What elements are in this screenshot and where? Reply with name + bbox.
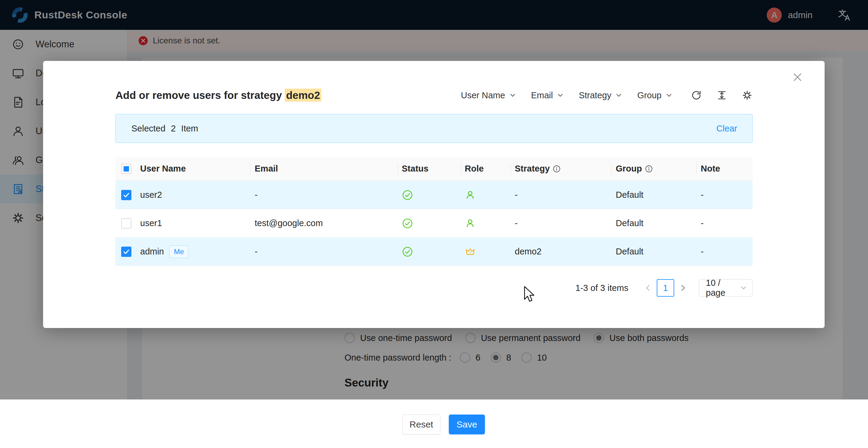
- page-size-select[interactable]: 10 / page: [699, 279, 752, 297]
- filter-label: Strategy: [579, 90, 611, 100]
- group-cell: Default: [612, 190, 696, 200]
- column-header-status[interactable]: Status: [398, 157, 461, 181]
- email-cell: -: [250, 190, 398, 200]
- save-button[interactable]: Save: [449, 415, 485, 435]
- table-header: User Name Email Status Role Strategy Gro…: [116, 157, 752, 181]
- table-row[interactable]: user1 test@google.com - Default -: [116, 209, 752, 238]
- footer-bar: Reset Save: [0, 399, 868, 448]
- gear-icon[interactable]: [742, 90, 752, 101]
- check-circle-icon: [402, 246, 413, 258]
- email-cell: test@google.com: [250, 218, 398, 228]
- modal-title: Add or remove users for strategy demo2: [116, 89, 321, 101]
- user-name-cell: user2: [140, 190, 162, 200]
- select-all-checkbox[interactable]: [121, 164, 131, 174]
- filter-user-name[interactable]: User Name: [461, 90, 517, 100]
- check-circle-icon: [402, 218, 413, 229]
- selection-count: Selected 2 Item: [131, 124, 198, 133]
- row-checkbox[interactable]: [121, 247, 131, 257]
- next-page-icon[interactable]: [678, 283, 687, 293]
- chevron-down-icon: [556, 91, 564, 99]
- filter-strategy[interactable]: Strategy: [579, 90, 623, 100]
- column-header-role[interactable]: Role: [461, 157, 510, 181]
- filter-label: Email: [531, 90, 553, 100]
- chevron-down-icon: [740, 284, 747, 292]
- refresh-icon[interactable]: [691, 90, 702, 101]
- chevron-down-icon: [615, 91, 623, 99]
- filter-label: Group: [637, 90, 661, 100]
- crown-icon: [465, 246, 475, 257]
- email-cell: -: [250, 247, 398, 257]
- row-checkbox[interactable]: [121, 218, 131, 229]
- column-header-email[interactable]: Email: [250, 157, 398, 181]
- me-badge: Me: [169, 245, 188, 258]
- column-header-note[interactable]: Note: [696, 157, 752, 181]
- chevron-down-icon: [509, 91, 517, 99]
- user-role-icon: [465, 218, 475, 229]
- info-icon: [645, 165, 653, 173]
- user-role-icon: [465, 190, 475, 201]
- row-checkbox[interactable]: [121, 190, 131, 200]
- strategy-cell: -: [515, 190, 518, 200]
- table-row[interactable]: admin Me - demo2 Default -: [116, 238, 752, 266]
- reset-button[interactable]: Reset: [402, 415, 440, 435]
- column-header-group[interactable]: Group: [612, 157, 696, 181]
- page-number-button[interactable]: 1: [657, 279, 674, 297]
- users-table: User Name Email Status Role Strategy Gro…: [116, 157, 752, 266]
- table-row[interactable]: user2 - - Default -: [116, 181, 752, 209]
- clear-selection-link[interactable]: Clear: [716, 124, 737, 133]
- selection-banner: Selected 2 Item Clear: [116, 114, 752, 143]
- note-cell: -: [696, 190, 752, 200]
- filter-group[interactable]: Group: [637, 90, 673, 100]
- note-cell: -: [696, 218, 752, 228]
- pagination-total: 1-3 of 3 items: [575, 283, 628, 293]
- page-size-value: 10 / page: [706, 278, 740, 298]
- pagination: 1-3 of 3 items 1 10 / page: [575, 278, 752, 297]
- group-cell: Default: [612, 247, 696, 257]
- filter-bar: User Name Email Strategy: [446, 90, 752, 101]
- column-header-strategy[interactable]: Strategy: [510, 157, 612, 181]
- row-height-icon[interactable]: [716, 90, 727, 101]
- add-remove-users-modal: Add or remove users for strategy demo2 U…: [43, 61, 825, 328]
- check-circle-icon: [402, 189, 413, 201]
- filter-email[interactable]: Email: [531, 90, 564, 100]
- strategy-cell: demo2: [515, 247, 541, 257]
- close-icon[interactable]: [792, 72, 803, 83]
- screen: RustDesk Console A admin We: [0, 0, 868, 448]
- strategy-cell: -: [515, 218, 518, 228]
- strategy-name-highlight: demo2: [285, 89, 321, 101]
- column-header-user-name[interactable]: User Name: [137, 157, 250, 181]
- group-cell: Default: [612, 218, 696, 228]
- info-icon: [553, 165, 561, 173]
- user-name-cell: admin: [140, 247, 164, 257]
- chevron-down-icon: [665, 91, 673, 99]
- user-name-cell: user1: [140, 218, 162, 228]
- filter-label: User Name: [461, 90, 505, 100]
- note-cell: -: [696, 247, 752, 257]
- prev-page-icon[interactable]: [644, 283, 652, 293]
